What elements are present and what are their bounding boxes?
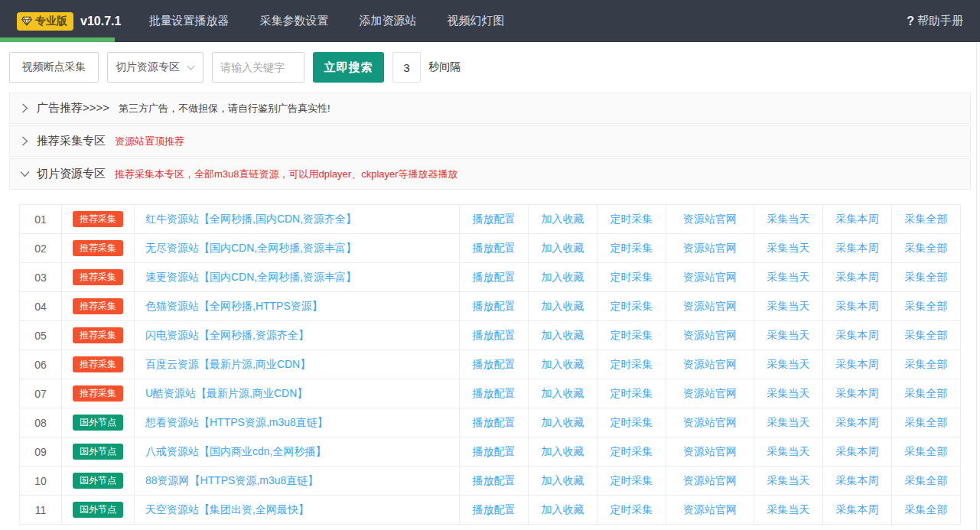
section-slice-zone[interactable]: 切片资源专区 推荐采集本专区，全部m3u8直链资源，可以用dplayer、ckp… xyxy=(9,158,971,190)
add-favorite-link[interactable]: 加入收藏 xyxy=(542,242,584,254)
collect-week-link[interactable]: 采集本周 xyxy=(836,474,879,486)
site-official-link[interactable]: 资源站官网 xyxy=(683,271,737,283)
resource-name-link[interactable]: 想看资源站【HTTPS资源,m3u8直链】 xyxy=(145,416,328,428)
category-select[interactable]: 切片资源专区 xyxy=(107,52,203,83)
play-config-link[interactable]: 播放配置 xyxy=(473,242,516,254)
timed-collect-link[interactable]: 定时采集 xyxy=(610,387,653,399)
section-recommend-zone[interactable]: 推荐采集专区 资源站置顶推荐 xyxy=(9,125,971,157)
timed-collect-link[interactable]: 定时采集 xyxy=(610,445,653,457)
collect-week-link[interactable]: 采集本周 xyxy=(836,213,879,225)
collect-all-link[interactable]: 采集全部 xyxy=(905,329,948,341)
collect-all-link[interactable]: 采集全部 xyxy=(905,300,948,312)
play-config-link[interactable]: 播放配置 xyxy=(473,387,516,399)
site-official-link[interactable]: 资源站官网 xyxy=(683,213,737,225)
collect-all-link[interactable]: 采集全部 xyxy=(905,474,948,486)
timed-collect-link[interactable]: 定时采集 xyxy=(610,416,653,428)
help-manual-link[interactable]: ? 帮助手册 xyxy=(907,14,963,28)
site-official-link[interactable]: 资源站官网 xyxy=(683,358,737,370)
section-ad-recommend[interactable]: 广告推荐>>>> 第三方广告，不做担保，请自行鉴别广告真实性! xyxy=(9,93,971,124)
play-config-link[interactable]: 播放配置 xyxy=(473,445,516,457)
resource-name-link[interactable]: 闪电资源站【全网秒播,资源齐全】 xyxy=(145,329,309,341)
timed-collect-link[interactable]: 定时采集 xyxy=(610,503,653,515)
nav-item-video-slideshow[interactable]: 视频幻灯图 xyxy=(447,14,504,28)
resource-name-link[interactable]: 色猫资源站【全网秒播,HTTPS资源】 xyxy=(145,300,323,312)
collect-today-link[interactable]: 采集当天 xyxy=(767,445,810,457)
site-official-link[interactable]: 资源站官网 xyxy=(683,329,737,341)
play-config-link[interactable]: 播放配置 xyxy=(473,503,516,515)
collect-today-link[interactable]: 采集当天 xyxy=(767,387,810,399)
resource-name-link[interactable]: 无尽资源站【国内CDN,全网秒播,资源丰富】 xyxy=(145,242,357,254)
collect-week-link[interactable]: 采集本周 xyxy=(836,387,879,399)
add-favorite-link[interactable]: 加入收藏 xyxy=(542,358,584,370)
collect-all-link[interactable]: 采集全部 xyxy=(905,387,948,399)
play-config-link[interactable]: 播放配置 xyxy=(473,300,516,312)
play-config-link[interactable]: 播放配置 xyxy=(473,474,516,486)
site-official-link[interactable]: 资源站官网 xyxy=(683,416,737,428)
collect-today-link[interactable]: 采集当天 xyxy=(767,300,810,312)
add-favorite-link[interactable]: 加入收藏 xyxy=(542,329,584,341)
collect-today-link[interactable]: 采集当天 xyxy=(767,329,810,341)
site-official-link[interactable]: 资源站官网 xyxy=(683,387,737,399)
collect-week-link[interactable]: 采集本周 xyxy=(836,416,879,428)
add-favorite-link[interactable]: 加入收藏 xyxy=(542,445,584,457)
site-official-link[interactable]: 资源站官网 xyxy=(683,474,737,486)
collect-week-link[interactable]: 采集本周 xyxy=(836,445,879,457)
resource-name-link[interactable]: 88资源网【HTTPS资源,m3u8直链】 xyxy=(145,474,318,486)
site-official-link[interactable]: 资源站官网 xyxy=(683,242,737,254)
play-config-link[interactable]: 播放配置 xyxy=(473,358,516,370)
timed-collect-link[interactable]: 定时采集 xyxy=(610,242,653,254)
search-button[interactable]: 立即搜索 xyxy=(313,52,384,83)
collect-all-link[interactable]: 采集全部 xyxy=(905,503,948,515)
collect-today-link[interactable]: 采集当天 xyxy=(767,358,810,370)
collect-week-link[interactable]: 采集本周 xyxy=(836,300,879,312)
resource-name-link[interactable]: U酷资源站【最新片源,商业CDN】 xyxy=(145,387,308,399)
play-config-link[interactable]: 播放配置 xyxy=(473,416,516,428)
resource-name-link[interactable]: 红牛资源站【全网秒播,国内CDN,资源齐全】 xyxy=(145,213,357,225)
collect-all-link[interactable]: 采集全部 xyxy=(905,213,948,225)
collect-week-link[interactable]: 采集本周 xyxy=(836,329,879,341)
resume-collect-button[interactable]: 视频断点采集 xyxy=(9,52,99,83)
nav-item-collect-params[interactable]: 采集参数设置 xyxy=(259,14,328,28)
site-official-link[interactable]: 资源站官网 xyxy=(683,300,737,312)
timed-collect-link[interactable]: 定时采集 xyxy=(610,213,653,225)
resource-name-link[interactable]: 百度云资源【最新片源,商业CDN】 xyxy=(145,358,311,370)
resource-name-link[interactable]: 八戒资源站【国内商业cdn,全网秒播】 xyxy=(145,445,326,457)
timed-collect-link[interactable]: 定时采集 xyxy=(610,474,653,486)
nav-item-add-source[interactable]: 添加资源站 xyxy=(359,14,416,28)
timed-collect-link[interactable]: 定时采集 xyxy=(610,300,653,312)
add-favorite-link[interactable]: 加入收藏 xyxy=(542,503,584,515)
add-favorite-link[interactable]: 加入收藏 xyxy=(542,300,584,312)
add-favorite-link[interactable]: 加入收藏 xyxy=(542,271,584,283)
add-favorite-link[interactable]: 加入收藏 xyxy=(542,387,584,399)
collect-week-link[interactable]: 采集本周 xyxy=(836,503,879,515)
collect-today-link[interactable]: 采集当天 xyxy=(767,271,810,283)
collect-today-link[interactable]: 采集当天 xyxy=(767,474,810,486)
collect-today-link[interactable]: 采集当天 xyxy=(767,242,810,254)
collect-today-link[interactable]: 采集当天 xyxy=(767,503,810,515)
collect-week-link[interactable]: 采集本周 xyxy=(836,242,879,254)
nav-item-batch-player[interactable]: 批量设置播放器 xyxy=(148,14,229,28)
collect-all-link[interactable]: 采集全部 xyxy=(905,445,948,457)
timed-collect-link[interactable]: 定时采集 xyxy=(610,329,653,341)
keyword-input[interactable] xyxy=(212,52,304,83)
site-official-link[interactable]: 资源站官网 xyxy=(683,445,737,457)
add-favorite-link[interactable]: 加入收藏 xyxy=(542,213,584,225)
collect-all-link[interactable]: 采集全部 xyxy=(905,358,948,370)
timed-collect-link[interactable]: 定时采集 xyxy=(610,358,653,370)
interval-input[interactable] xyxy=(392,52,421,83)
collect-week-link[interactable]: 采集本周 xyxy=(836,271,879,283)
site-official-link[interactable]: 资源站官网 xyxy=(683,503,737,515)
collect-all-link[interactable]: 采集全部 xyxy=(905,416,948,428)
play-config-link[interactable]: 播放配置 xyxy=(473,271,516,283)
collect-today-link[interactable]: 采集当天 xyxy=(767,213,810,225)
collect-today-link[interactable]: 采集当天 xyxy=(767,416,810,428)
add-favorite-link[interactable]: 加入收藏 xyxy=(542,416,584,428)
play-config-link[interactable]: 播放配置 xyxy=(473,329,516,341)
vertical-scrollbar[interactable] xyxy=(976,42,980,530)
collect-all-link[interactable]: 采集全部 xyxy=(905,242,948,254)
play-config-link[interactable]: 播放配置 xyxy=(473,213,516,225)
resource-name-link[interactable]: 天空资源站【集团出资,全网最快】 xyxy=(145,503,309,515)
timed-collect-link[interactable]: 定时采集 xyxy=(610,271,653,283)
collect-week-link[interactable]: 采集本周 xyxy=(836,358,879,370)
collect-all-link[interactable]: 采集全部 xyxy=(905,271,948,283)
